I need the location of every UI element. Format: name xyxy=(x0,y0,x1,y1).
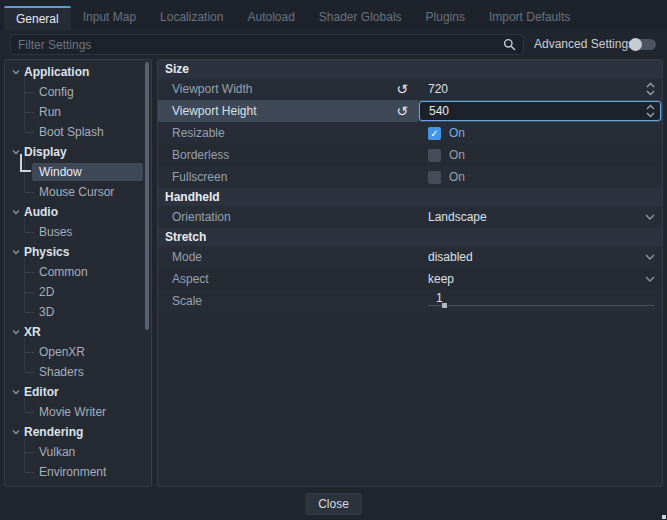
sidebar-item-movie-writer[interactable]: Movie Writer xyxy=(5,402,151,422)
property-label: Fullscreen xyxy=(172,170,418,184)
category-children: Common 2D 3D xyxy=(5,262,151,322)
item-label: Movie Writer xyxy=(39,405,106,419)
chevron-down-icon xyxy=(645,276,655,282)
resize-grip-icon[interactable] xyxy=(662,515,666,519)
spinner-icon[interactable] xyxy=(646,104,655,118)
property-value-cell: 720 xyxy=(418,78,662,100)
tab-autoload[interactable]: Autoload xyxy=(235,6,306,30)
tab-localization[interactable]: Localization xyxy=(148,6,235,30)
scale-slider[interactable] xyxy=(428,305,654,306)
sidebar-item-vulkan[interactable]: Vulkan xyxy=(5,442,151,462)
tree-guide xyxy=(25,232,34,233)
sidebar-category-rendering[interactable]: Rendering xyxy=(5,422,151,442)
sidebar-item-mouse-cursor[interactable]: Mouse Cursor xyxy=(5,182,151,202)
tree-guide xyxy=(25,272,34,273)
sidebar-category-editor[interactable]: Editor xyxy=(5,382,151,402)
category-children: Window Mouse Cursor xyxy=(5,162,151,202)
sidebar-item-config[interactable]: Config xyxy=(5,82,151,102)
sidebar-item-buses[interactable]: Buses xyxy=(5,222,151,242)
chevron-down-icon[interactable] xyxy=(12,208,20,216)
chevron-down-icon[interactable] xyxy=(12,428,20,436)
item-label: 2D xyxy=(39,285,54,299)
property-label: Orientation xyxy=(172,210,418,224)
category-children: Vulkan Environment xyxy=(5,442,151,482)
checkbox-label: On xyxy=(449,148,465,162)
revert-icon[interactable]: ↺ xyxy=(396,82,408,96)
filter-row: Advanced Settings xyxy=(0,30,667,59)
sidebar-item-shaders[interactable]: Shaders xyxy=(5,362,151,382)
tree-guide xyxy=(25,92,34,93)
checkbox-checked-icon[interactable]: ✓ xyxy=(428,127,441,140)
close-button[interactable]: Close xyxy=(305,493,362,515)
property-label-cell: Viewport Width ↺ xyxy=(158,78,418,100)
property-label-cell: Viewport Height ↺ xyxy=(158,100,418,122)
slider-handle[interactable] xyxy=(442,303,447,308)
checkbox-unchecked-icon[interactable] xyxy=(428,149,441,162)
advanced-settings-toggle[interactable] xyxy=(629,38,656,51)
filter-settings-input[interactable] xyxy=(10,34,524,55)
property-row-orientation: Orientation Landscape xyxy=(158,206,662,228)
tab-import-defaults[interactable]: Import Defaults xyxy=(477,6,582,30)
property-row-fullscreen: Fullscreen On xyxy=(158,166,662,188)
sidebar-item-environment[interactable]: Environment xyxy=(5,462,151,482)
chevron-down-icon xyxy=(645,214,655,220)
search-icon xyxy=(503,38,516,51)
spinner-icon[interactable] xyxy=(646,82,655,96)
revert-icon[interactable]: ↺ xyxy=(396,104,408,118)
orientation-dropdown[interactable]: Landscape xyxy=(418,206,662,228)
property-label-cell: Orientation xyxy=(158,206,418,228)
project-settings-dialog: { "tabs": { "items": [ { "label": "Gener… xyxy=(0,0,667,520)
viewport-width-value[interactable]: 720 xyxy=(428,82,448,96)
item-label: Mouse Cursor xyxy=(39,185,114,199)
sidebar-item-2d[interactable]: 2D xyxy=(5,282,151,302)
property-label: Resizable xyxy=(172,126,418,140)
category-label: Editor xyxy=(24,385,59,399)
stretch-mode-dropdown[interactable]: disabled xyxy=(418,246,662,268)
sidebar-category-physics[interactable]: Physics xyxy=(5,242,151,262)
sidebar-item-window[interactable]: Window xyxy=(5,162,151,182)
tab-plugins[interactable]: Plugins xyxy=(414,6,477,30)
settings-properties-panel: Size Viewport Width ↺ 720 Viewport Heigh… xyxy=(157,59,663,487)
tree-guide xyxy=(25,292,34,293)
sidebar-category-application[interactable]: Application xyxy=(5,62,151,82)
category-children: Movie Writer xyxy=(5,402,151,422)
property-row-viewport-height: Viewport Height ↺ 540 xyxy=(158,100,662,122)
category-tree: Application Config Run Boot Splash Displ… xyxy=(5,62,151,482)
sidebar-item-run[interactable]: Run xyxy=(5,102,151,122)
tree-guide xyxy=(25,412,34,413)
item-label: OpenXR xyxy=(39,345,85,359)
chevron-down-icon[interactable] xyxy=(12,388,20,396)
item-label: Vulkan xyxy=(39,445,75,459)
chevron-down-icon[interactable] xyxy=(12,148,20,156)
property-row-resizable: Resizable ✓ On xyxy=(158,122,662,144)
tab-input-map[interactable]: Input Map xyxy=(71,6,148,30)
sidebar-category-xr[interactable]: XR xyxy=(5,322,151,342)
checkbox-label: On xyxy=(449,126,465,140)
checkbox-unchecked-icon[interactable] xyxy=(428,171,441,184)
sidebar-item-common[interactable]: Common xyxy=(5,262,151,282)
chevron-down-icon[interactable] xyxy=(12,68,20,76)
category-children: Config Run Boot Splash xyxy=(5,82,151,142)
tree-guide xyxy=(25,312,34,313)
settings-category-sidebar: Application Config Run Boot Splash Displ… xyxy=(4,59,152,487)
tab-general[interactable]: General xyxy=(4,6,71,30)
sidebar-item-openxr[interactable]: OpenXR xyxy=(5,342,151,362)
tab-shader-globals[interactable]: Shader Globals xyxy=(307,6,414,30)
item-label: Boot Splash xyxy=(39,125,104,139)
category-children: Buses xyxy=(5,222,151,242)
viewport-height-input[interactable]: 540 xyxy=(419,101,661,121)
item-label: Window xyxy=(39,165,82,179)
sidebar-category-audio[interactable]: Audio xyxy=(5,202,151,222)
sidebar-scrollbar[interactable] xyxy=(145,62,149,330)
category-label: Audio xyxy=(24,205,58,219)
category-label: Application xyxy=(24,65,89,79)
property-label: Borderless xyxy=(172,148,418,162)
item-label: Buses xyxy=(39,225,72,239)
sidebar-item-boot-splash[interactable]: Boot Splash xyxy=(5,122,151,142)
scale-value[interactable]: 1 xyxy=(428,291,443,305)
sidebar-item-3d[interactable]: 3D xyxy=(5,302,151,322)
stretch-aspect-dropdown[interactable]: keep xyxy=(418,268,662,290)
chevron-down-icon[interactable] xyxy=(12,248,20,256)
search-input[interactable] xyxy=(18,38,503,52)
chevron-down-icon[interactable] xyxy=(12,328,20,336)
